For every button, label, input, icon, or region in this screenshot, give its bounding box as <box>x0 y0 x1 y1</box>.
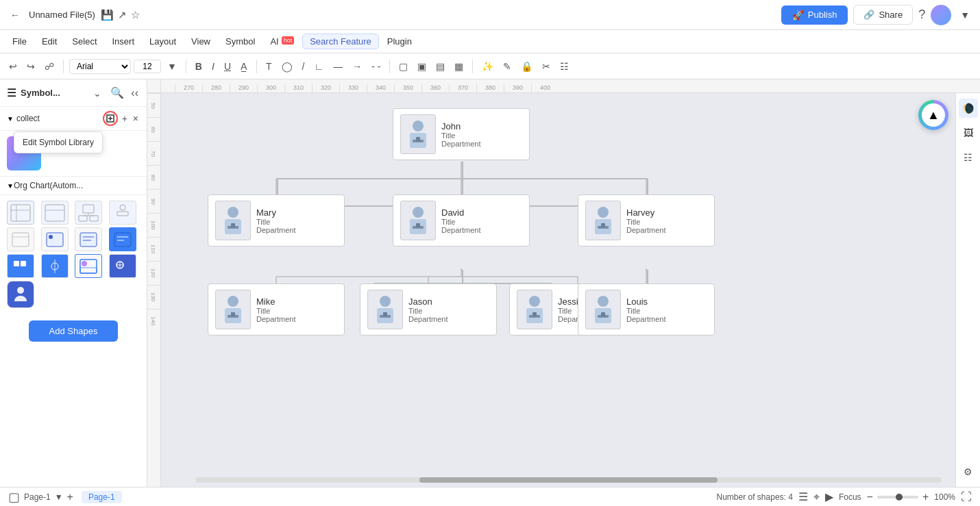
text-button[interactable]: T <box>262 59 275 74</box>
shape-btn2[interactable]: ▣ <box>414 59 430 74</box>
shape-thumb-4[interactable] <box>109 201 136 225</box>
node-mary[interactable]: Mary Title Department <box>208 194 345 246</box>
svg-point-63 <box>413 207 424 218</box>
avatar[interactable] <box>931 5 951 25</box>
shape-btn1[interactable]: ▢ <box>395 59 411 74</box>
shape-btn4[interactable]: ▦ <box>451 59 467 74</box>
export-icon[interactable]: ↗ <box>118 9 127 21</box>
table-btn[interactable]: ☷ <box>556 59 572 74</box>
color-button[interactable]: A̲ <box>237 59 251 74</box>
shape-thumb-8[interactable] <box>109 227 136 251</box>
image-icon[interactable]: 🖼 <box>959 123 978 142</box>
pen-button[interactable]: / <box>299 59 308 74</box>
shape-thumb-1[interactable] <box>7 201 34 225</box>
svg-rect-66 <box>416 223 420 227</box>
node-title: Title <box>626 218 665 226</box>
collapse-icon[interactable]: ‹‹ <box>130 86 140 101</box>
shape-thumb-3[interactable] <box>75 201 102 225</box>
font-size-input[interactable] <box>134 60 161 73</box>
line-button[interactable]: — <box>330 59 346 74</box>
publish-button[interactable]: 🚀 Publish <box>781 5 848 25</box>
h-scrollbar-thumb[interactable] <box>419 477 718 483</box>
star-icon[interactable]: ☆ <box>131 9 140 21</box>
chevron-org-icon: ▼ <box>7 182 14 190</box>
node-harvey[interactable]: Harvey Title Department <box>578 194 715 246</box>
shape-thumb-9[interactable] <box>7 254 34 278</box>
menu-layout[interactable]: Layout <box>143 34 183 49</box>
canvas-area[interactable]: John Title Department Mary Title <box>161 93 955 487</box>
shape-thumb-6[interactable] <box>41 227 69 251</box>
shape-thumb-10[interactable] <box>41 254 69 278</box>
zoom-in-button[interactable]: + <box>922 491 929 503</box>
shape-thumb-7[interactable] <box>75 227 102 251</box>
file-title: Unnamed File(5) <box>29 10 95 20</box>
fit-screen-icon[interactable]: ⛶ <box>961 491 972 503</box>
node-jason[interactable]: Jason Title Department <box>360 283 497 336</box>
page-dropdown-icon[interactable]: ▼ <box>55 492 63 502</box>
node-mike[interactable]: Mike Title Department <box>208 283 345 336</box>
shape-thumb-13[interactable] <box>7 281 34 308</box>
eraser-button[interactable]: ◯ <box>278 59 296 74</box>
share-button[interactable]: 🔗 Share <box>853 5 913 25</box>
publish-label: Publish <box>808 10 837 20</box>
shape-thumb-12[interactable] <box>109 254 136 278</box>
menu-plugin[interactable]: Plugin <box>380 34 419 49</box>
italic-button[interactable]: I <box>208 59 218 74</box>
menu-ai[interactable]: AI hot <box>263 34 301 49</box>
underline-button[interactable]: U <box>221 59 234 74</box>
connector-button[interactable]: ∟ <box>310 59 327 74</box>
menu-view[interactable]: View <box>184 34 217 49</box>
search-icon[interactable]: 🔍 <box>109 85 125 101</box>
zoom-out-button[interactable]: − <box>867 491 873 503</box>
grid-icon[interactable]: ☷ <box>959 148 978 167</box>
settings-icon[interactable]: ⚙ <box>959 462 978 481</box>
font-select[interactable]: Arial <box>69 59 131 74</box>
add-page-button[interactable]: + <box>67 491 73 503</box>
shape-thumb-5[interactable] <box>7 227 34 251</box>
node-john[interactable]: John Title Department <box>393 108 530 160</box>
expand-button[interactable]: ▼ <box>957 8 973 23</box>
shape-btn3[interactable]: ▤ <box>432 59 448 74</box>
menu-file[interactable]: File <box>5 34 34 49</box>
menu-select[interactable]: Select <box>65 34 103 49</box>
help-button[interactable]: ? <box>918 8 925 22</box>
search-feature-button[interactable]: Search Feature <box>302 34 379 49</box>
lock-btn[interactable]: 🔒 <box>517 59 536 74</box>
magic-btn[interactable]: ✨ <box>478 59 497 74</box>
back-button[interactable]: ← <box>7 8 23 23</box>
menu-insert[interactable]: Insert <box>106 34 142 49</box>
edit-symbol-button[interactable] <box>103 111 118 126</box>
sidebar-title: Symbol... <box>21 88 86 98</box>
format-button[interactable]: ☍ <box>41 59 58 74</box>
node-louis[interactable]: Louis Title Department <box>578 283 715 336</box>
play-icon[interactable]: ▶ <box>825 490 833 503</box>
crosshair-icon[interactable]: ⌖ <box>813 491 820 503</box>
redo-button[interactable]: ↪ <box>23 59 38 74</box>
add-shapes-button[interactable]: Add Shapes <box>29 320 118 342</box>
add-collect-button[interactable]: + <box>121 112 129 125</box>
layers-bottom-icon[interactable]: ☰ <box>798 490 808 503</box>
dashed-button[interactable]: - - <box>368 59 384 74</box>
page-icon[interactable]: ▢ <box>8 490 20 505</box>
paint-bucket-icon[interactable]: 🌘 <box>959 99 978 118</box>
h-scrollbar[interactable] <box>195 477 942 483</box>
arrow-button[interactable]: → <box>349 59 365 74</box>
menu-edit[interactable]: Edit <box>35 34 64 49</box>
shape-thumb-11[interactable] <box>75 254 102 278</box>
save-icon[interactable]: 💾 <box>101 9 114 21</box>
undo-button[interactable]: ↩ <box>5 59 21 74</box>
bold-button[interactable]: B <box>192 59 206 74</box>
page-1-tab[interactable]: Page-1 <box>82 491 122 503</box>
floating-circle[interactable]: ▲ <box>918 100 948 130</box>
edit-btn[interactable]: ✎ <box>500 59 515 74</box>
zoom-slider[interactable] <box>877 496 918 498</box>
menu-symbol[interactable]: Symbol <box>219 34 262 49</box>
node-david[interactable]: David Title Department <box>393 194 530 246</box>
font-size-down[interactable]: ▼ <box>164 59 180 74</box>
chevron-down-icon[interactable]: ⌄ <box>90 86 105 101</box>
shape-thumb-2[interactable] <box>41 201 69 225</box>
node-dept: Department <box>256 226 295 234</box>
cut-btn[interactable]: ✂ <box>539 59 554 74</box>
close-collect-button[interactable]: × <box>132 112 140 125</box>
svg-rect-26 <box>14 261 19 266</box>
